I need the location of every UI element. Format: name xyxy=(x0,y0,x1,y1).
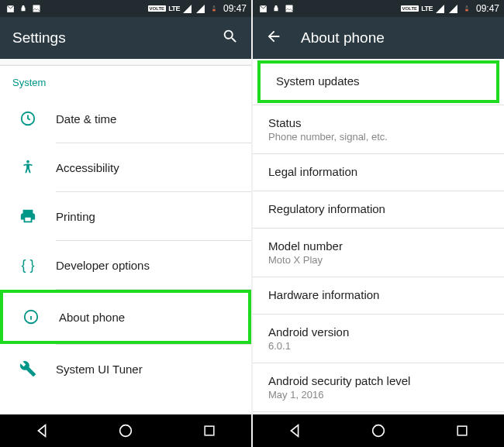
item-accessibility[interactable]: Accessibility xyxy=(0,143,251,191)
lock-icon xyxy=(18,3,29,14)
info-icon xyxy=(3,308,59,325)
clock-text: 09:47 xyxy=(223,3,247,14)
image-icon xyxy=(31,3,42,14)
navigation-bar xyxy=(253,414,504,447)
home-button[interactable] xyxy=(98,414,153,447)
settings-list: System Date & time Accessibility Printin… xyxy=(0,59,251,414)
item-android-version[interactable]: Android version 6.0.1 xyxy=(253,315,504,363)
item-model-number[interactable]: Model number Moto X Play xyxy=(253,229,504,277)
signal-icon xyxy=(435,3,446,14)
print-icon xyxy=(0,208,56,225)
svg-point-7 xyxy=(120,425,132,437)
wrench-icon xyxy=(0,360,56,377)
accessibility-icon xyxy=(0,159,56,176)
svg-rect-3 xyxy=(213,6,214,7)
svg-rect-9 xyxy=(286,5,293,12)
app-bar: Settings xyxy=(0,17,251,59)
app-bar: About phone xyxy=(253,17,504,59)
item-regulatory-info[interactable]: Regulatory information xyxy=(253,191,504,228)
item-status[interactable]: Status Phone number, signal, etc. xyxy=(253,105,504,153)
signal-icon-2 xyxy=(195,3,206,14)
item-system-updates[interactable]: System updates xyxy=(261,64,496,100)
recents-button[interactable] xyxy=(182,414,236,447)
svg-point-5 xyxy=(26,160,29,163)
gmail-icon xyxy=(5,3,16,14)
signal-icon xyxy=(182,3,193,14)
gmail-icon xyxy=(257,3,268,14)
status-bar: VOLTE LTE 09:47 xyxy=(0,0,251,17)
search-icon[interactable] xyxy=(222,28,239,48)
battery-icon xyxy=(461,3,472,14)
page-title: Settings xyxy=(12,29,203,46)
status-bar: VOLTE LTE 09:47 xyxy=(253,0,504,17)
item-developer-options[interactable]: { } Developer options xyxy=(0,241,251,289)
svg-rect-11 xyxy=(465,9,468,11)
signal-icon-2 xyxy=(448,3,459,14)
svg-rect-8 xyxy=(205,426,214,435)
highlight-about-phone: About phone xyxy=(0,290,251,344)
image-icon xyxy=(284,3,295,14)
item-system-ui-tuner[interactable]: System UI Tuner xyxy=(0,345,251,393)
navigation-bar xyxy=(0,414,251,447)
volte-badge: VOLTE xyxy=(401,5,419,12)
svg-rect-2 xyxy=(212,9,215,11)
network-type: LTE xyxy=(168,5,180,12)
page-title: About phone xyxy=(301,29,492,46)
volte-badge: VOLTE xyxy=(148,5,167,12)
item-date-time[interactable]: Date & time xyxy=(0,95,251,143)
settings-screen: VOLTE LTE 09:47 Settings System Date & t… xyxy=(0,0,251,447)
svg-rect-0 xyxy=(33,5,40,12)
item-security-patch[interactable]: Android security patch level May 1, 2016 xyxy=(253,363,504,411)
svg-point-13 xyxy=(373,425,385,437)
network-type: LTE xyxy=(421,5,433,12)
recents-button[interactable] xyxy=(435,414,489,447)
battery-icon xyxy=(209,3,219,14)
back-button[interactable] xyxy=(15,414,69,447)
item-about-phone[interactable]: About phone xyxy=(3,293,248,341)
section-system: System xyxy=(0,65,251,95)
svg-rect-14 xyxy=(457,426,467,435)
back-button[interactable] xyxy=(268,414,322,447)
item-hardware-info[interactable]: Hardware information xyxy=(253,277,504,314)
item-printing[interactable]: Printing xyxy=(0,192,251,240)
braces-icon: { } xyxy=(0,257,56,273)
about-list: System updates Status Phone number, sign… xyxy=(253,59,504,414)
clock-icon xyxy=(0,110,56,127)
about-phone-screen: VOLTE LTE 09:47 About phone System updat… xyxy=(253,0,504,447)
clock-text: 09:47 xyxy=(476,3,499,14)
lock-icon xyxy=(271,3,281,14)
back-arrow-icon[interactable] xyxy=(265,28,282,48)
item-legal-info[interactable]: Legal information xyxy=(253,154,504,191)
svg-rect-12 xyxy=(466,6,467,7)
highlight-system-updates: System updates xyxy=(257,60,499,103)
home-button[interactable] xyxy=(351,414,406,447)
